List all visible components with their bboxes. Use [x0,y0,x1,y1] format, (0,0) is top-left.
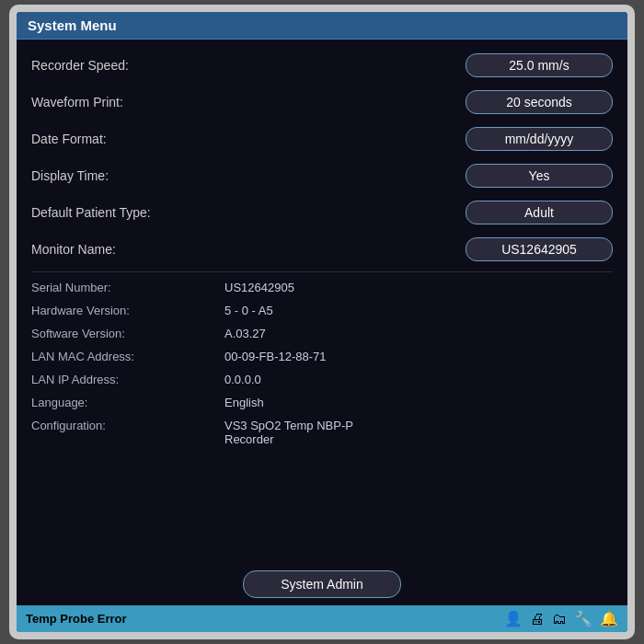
serial-number-label: Serial Number: [31,281,224,294]
monitor-frame: System Menu Recorder Speed: 25.0 mm/s Wa… [9,5,635,639]
waveform-print-row: Waveform Print: 20 seconds [31,86,613,119]
serial-number-row: Serial Number: US12642905 [31,278,613,297]
software-version-value: A.03.27 [224,327,613,340]
monitor-name-button[interactable]: US12642905 [466,237,613,261]
screen: System Menu Recorder Speed: 25.0 mm/s Wa… [17,12,627,632]
recorder-speed-label: Recorder Speed: [31,58,224,73]
configuration-label: Configuration: [31,419,224,432]
status-bar: Temp Probe Error 👤 🖨 🗂 🔧 🔔 [17,605,627,632]
display-time-row: Display Time: Yes [31,159,613,192]
lan-ip-row: LAN IP Address: 0.0.0.0 [31,370,613,389]
waveform-print-value: 20 seconds [224,90,613,114]
patient-type-label: Default Patient Type: [31,205,224,220]
content-area: Recorder Speed: 25.0 mm/s Waveform Print… [17,40,627,563]
lan-mac-row: LAN MAC Address: 00-09-FB-12-88-71 [31,347,613,366]
status-text: Temp Probe Error [26,612,127,626]
folder-icon: 🗂 [552,611,567,627]
patient-type-value: Adult [224,201,613,224]
lan-mac-value: 00-09-FB-12-88-71 [224,350,613,363]
hardware-version-value: 5 - 0 - A5 [224,304,613,317]
language-label: Language: [31,396,224,409]
hardware-version-label: Hardware Version: [31,304,224,317]
waveform-print-button[interactable]: 20 seconds [466,90,613,114]
status-icons: 👤 🖨 🗂 🔧 🔔 [504,610,618,627]
title-bar: System Menu [17,12,627,40]
lan-mac-label: LAN MAC Address: [31,350,224,363]
language-value: English [224,396,613,409]
wrench-icon: 🔧 [574,610,592,627]
recorder-speed-button[interactable]: 25.0 mm/s [466,53,613,77]
display-time-label: Display Time: [31,168,224,183]
system-admin-button[interactable]: System Admin [243,570,400,598]
patient-type-button[interactable]: Adult [466,201,613,224]
date-format-row: Date Format: mm/dd/yyyy [31,122,613,155]
lan-ip-label: LAN IP Address: [31,373,224,386]
configuration-value: VS3 SpO2 Temp NBP-PRecorder [224,419,613,446]
monitor-name-row: Monitor Name: US12642905 [31,233,613,266]
screen-content: System Menu Recorder Speed: 25.0 mm/s Wa… [17,12,627,632]
date-format-label: Date Format: [31,132,224,146]
hardware-version-row: Hardware Version: 5 - 0 - A5 [31,301,613,320]
waveform-print-label: Waveform Print: [31,95,224,109]
person-icon: 👤 [504,610,523,627]
language-row: Language: English [31,393,613,412]
software-version-row: Software Version: A.03.27 [31,324,613,343]
title-text: System Menu [28,17,117,33]
configuration-row: Configuration: VS3 SpO2 Temp NBP-PRecord… [31,416,613,449]
patient-type-row: Default Patient Type: Adult [31,196,613,229]
print-icon: 🖨 [530,611,545,627]
divider [31,271,613,272]
date-format-button[interactable]: mm/dd/yyyy [466,127,613,151]
system-admin-bar: System Admin [17,563,627,605]
monitor-name-label: Monitor Name: [31,242,224,257]
date-format-value: mm/dd/yyyy [224,127,613,151]
monitor-name-value: US12642905 [224,237,613,261]
recorder-speed-row: Recorder Speed: 25.0 mm/s [31,49,613,82]
lan-ip-value: 0.0.0.0 [224,373,613,386]
recorder-speed-value: 25.0 mm/s [224,53,613,77]
serial-number-value: US12642905 [224,281,613,294]
software-version-label: Software Version: [31,327,224,340]
display-time-value: Yes [224,164,613,188]
bell-icon: 🔔 [600,610,618,627]
display-time-button[interactable]: Yes [466,164,613,188]
